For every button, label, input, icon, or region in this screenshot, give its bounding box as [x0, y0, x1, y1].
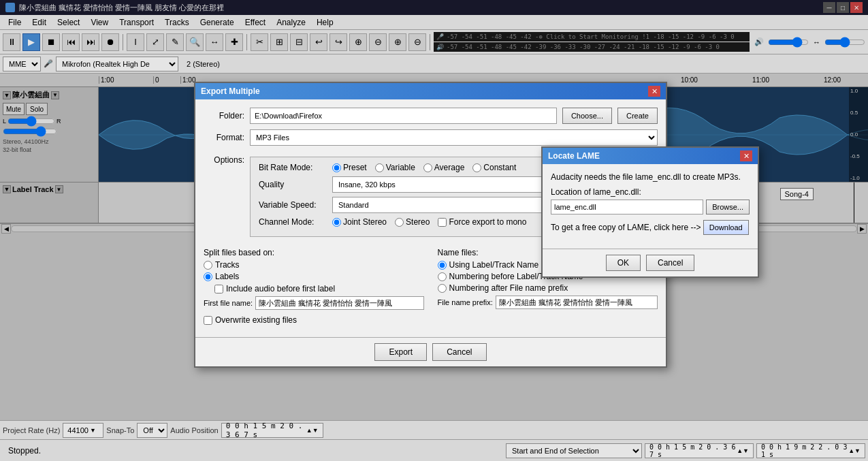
format-label: Format:: [204, 133, 244, 142]
numbering-after-text: Numbering after File name prefix: [449, 283, 568, 293]
overwrite-row: Overwrite existing files: [204, 315, 658, 325]
quality-label: Quality: [259, 180, 327, 189]
modal-overlay: Export Multiple ✕ Folder: Choose... Crea…: [0, 0, 868, 461]
split-title: Split files based on:: [204, 248, 424, 257]
lame-location-label: Location of lame_enc.dll:: [551, 187, 750, 197]
force-mono-label[interactable]: Force export to mono: [438, 217, 526, 227]
tracks-split-text: Tracks: [215, 260, 240, 270]
folder-input[interactable]: [250, 108, 557, 124]
overwrite-label[interactable]: Overwrite existing files: [204, 315, 658, 325]
export-dialog-titlebar: Export Multiple ✕: [195, 83, 666, 99]
include-audio-text: Include audio before first label: [226, 284, 335, 293]
overwrite-checkbox[interactable]: [204, 316, 212, 325]
export-button[interactable]: Export: [374, 343, 427, 361]
variable-speed-label: Variable Speed:: [259, 200, 327, 210]
labels-split-radio[interactable]: [204, 272, 212, 281]
include-audio-label[interactable]: Include audio before first label: [204, 284, 424, 293]
labels-split-text: Labels: [215, 272, 239, 281]
download-button[interactable]: Download: [703, 220, 749, 235]
lame-browse-button[interactable]: Browse...: [706, 200, 750, 214]
format-row: Format: MP3 Files: [204, 129, 658, 146]
force-mono-text: Force export to mono: [449, 217, 526, 227]
lame-dialog-titlebar: Locate LAME ✕: [543, 148, 758, 164]
constant-radio-label[interactable]: Constant: [472, 163, 516, 172]
average-radio-label[interactable]: Average: [423, 163, 464, 172]
numbering-before-radio[interactable]: [438, 272, 447, 281]
create-button[interactable]: Create: [617, 108, 658, 124]
force-mono-checkbox[interactable]: [438, 218, 447, 227]
stereo-radio[interactable]: [395, 218, 404, 227]
lame-ok-button[interactable]: OK: [606, 255, 641, 271]
folder-label: Folder:: [204, 111, 244, 121]
joint-stereo-radio[interactable]: [332, 218, 341, 227]
stereo-text: Stereo: [406, 217, 430, 227]
preset-label: Preset: [343, 163, 367, 172]
include-audio-checkbox[interactable]: [214, 285, 223, 293]
lame-dialog-body: Audacity needs the file lame_enc.dll to …: [543, 164, 758, 249]
average-radio[interactable]: [423, 163, 432, 172]
locate-lame-dialog: Locate LAME ✕ Audacity needs the file la…: [541, 146, 759, 278]
lame-message: Audacity needs the file lame_enc.dll to …: [551, 172, 750, 182]
preset-radio-label[interactable]: Preset: [332, 163, 367, 172]
bit-rate-radio-group: Preset Variable Average: [332, 163, 516, 172]
lame-cancel-button[interactable]: Cancel: [646, 255, 694, 271]
export-dialog-title: Export Multiple: [201, 86, 260, 96]
channel-radio-group: Joint Stereo Stereo Force export to mono: [332, 217, 526, 227]
constant-radio[interactable]: [472, 163, 481, 172]
bit-rate-label: Bit Rate Mode:: [259, 163, 327, 172]
lame-input-row: Browse...: [551, 200, 750, 214]
lame-link-row: To get a free copy of LAME, click here -…: [551, 220, 750, 235]
file-prefix-input[interactable]: [496, 296, 658, 309]
first-file-row: First file name:: [204, 296, 424, 310]
labels-radio-label[interactable]: Labels: [204, 272, 424, 281]
numbering-after-label[interactable]: Numbering after File name prefix: [438, 283, 658, 293]
lame-link-text: To get a free copy of LAME, click here -…: [551, 223, 701, 232]
joint-stereo-label[interactable]: Joint Stereo: [332, 217, 387, 227]
constant-label: Constant: [483, 163, 516, 172]
tracks-radio-label[interactable]: Tracks: [204, 260, 424, 270]
first-file-input[interactable]: [255, 296, 423, 310]
export-dialog-footer: Export Cancel: [195, 337, 666, 366]
split-col: Split files based on: Tracks Labels Incl…: [204, 248, 424, 310]
options-label: Options:: [204, 151, 244, 165]
choose-button[interactable]: Choose...: [562, 108, 612, 124]
average-label: Average: [434, 163, 464, 172]
file-prefix-row: File name prefix:: [438, 296, 658, 309]
joint-stereo-text: Joint Stereo: [343, 217, 387, 227]
folder-row: Folder: Choose... Create: [204, 108, 658, 124]
file-prefix-label: File name prefix:: [438, 298, 493, 306]
export-dialog-close[interactable]: ✕: [648, 86, 660, 97]
first-file-label: First file name:: [204, 299, 253, 307]
overwrite-text: Overwrite existing files: [215, 315, 297, 325]
lame-dialog-title: Locate LAME: [548, 151, 600, 161]
lame-location-input[interactable]: [551, 200, 703, 214]
tracks-split-radio[interactable]: [204, 261, 212, 270]
stereo-label[interactable]: Stereo: [395, 217, 430, 227]
format-select[interactable]: MP3 Files: [250, 129, 658, 146]
using-label-name-radio[interactable]: [438, 261, 447, 270]
export-cancel-button[interactable]: Cancel: [432, 343, 486, 361]
numbering-after-radio[interactable]: [438, 284, 447, 293]
variable-radio-label[interactable]: Variable: [375, 163, 415, 172]
preset-radio[interactable]: [332, 163, 341, 172]
using-label-name-text: Using Label/Track Name: [449, 260, 539, 270]
lame-dialog-close[interactable]: ✕: [740, 150, 752, 161]
lame-dialog-footer: OK Cancel: [543, 249, 758, 276]
variable-label: Variable: [386, 163, 415, 172]
variable-radio[interactable]: [375, 163, 384, 172]
channel-mode-label: Channel Mode:: [259, 217, 327, 227]
